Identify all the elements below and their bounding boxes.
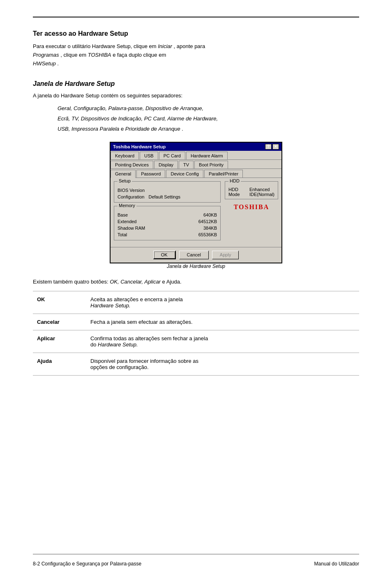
- window-footer: OK Cancel Apply: [111, 247, 281, 263]
- setup-group-title: Setup: [118, 178, 132, 183]
- tabs-intro: A janela do Hardware Setup contém os seg…: [33, 92, 359, 100]
- tab-hardware-alarm[interactable]: Hardware Alarm: [186, 152, 228, 159]
- tab-display[interactable]: Display: [154, 161, 178, 168]
- ajuda-desc: Disponível para fornecer informação sobr…: [86, 353, 359, 375]
- table-row: Cancelar Fecha a janela sem efectuar as …: [33, 314, 359, 330]
- para-text-3: , clique em: [60, 52, 86, 58]
- tab-and: e: [121, 126, 125, 132]
- ok-label: OK: [33, 291, 86, 314]
- tab-list-1: Geral, Configuração, Palavra-passe, Disp…: [58, 104, 359, 113]
- italic-heading: Janela de Hardware Setup: [33, 80, 359, 88]
- tab-period: .: [182, 126, 183, 132]
- bios-row: BIOS Version: [118, 187, 217, 194]
- ok-button[interactable]: OK: [153, 251, 176, 259]
- hdd-mode-row: HDD Mode Enhanced IDE(Normal): [228, 187, 274, 197]
- tab-pointing-devices[interactable]: Pointing Devices: [111, 161, 153, 168]
- help-button[interactable]: ?: [265, 144, 272, 150]
- bios-version-label: BIOS Version: [118, 188, 145, 193]
- tab-parallel-printer[interactable]: Parallel/Printer: [204, 170, 243, 178]
- table-row: Aplicar Confirma todas as alterações sem…: [33, 330, 359, 353]
- buttons-inline: OK, Cancelar, Aplicar: [110, 279, 161, 285]
- total-row: Total 65536KB: [118, 231, 217, 238]
- hdd-content: HDD Mode Enhanced IDE(Normal): [228, 187, 274, 197]
- table-row: OK Aceita as alterações e encerra a jane…: [33, 291, 359, 314]
- cancelar-label: Cancelar: [33, 314, 86, 330]
- table-row: Ajuda Disponível para fornecer informaçã…: [33, 353, 359, 375]
- setup-content: BIOS Version Configuration Default Setti…: [118, 187, 217, 200]
- extended-value: 64512KB: [198, 219, 217, 224]
- cancelar-desc: Fecha a janela sem efectuar as alteraçõe…: [86, 314, 359, 330]
- table-body: OK Aceita as alterações e encerra a jane…: [33, 291, 359, 375]
- base-value: 640KB: [203, 212, 217, 217]
- memory-content: Base 640KB Extended 64512KB Shadow RAM 3…: [118, 212, 217, 238]
- hdd-mode-value-container: Enhanced IDE(Normal): [249, 187, 274, 197]
- tab-pc-card[interactable]: PC Card: [159, 152, 185, 159]
- right-section: HDD HDD Mode Enhanced IDE(Normal): [225, 181, 278, 244]
- tabs-row-1: Keyboard USB PC Card Hardware Alarm: [111, 151, 281, 160]
- footer-left: 8-2 Configuração e Segurança por Palavra…: [33, 561, 141, 567]
- ajuda-label: Ajuda: [33, 353, 86, 375]
- default-settings-label[interactable]: Default Settings: [148, 194, 180, 199]
- page-footer: 8-2 Configuração e Segurança por Palavra…: [0, 561, 392, 567]
- shadow-row: Shadow RAM 384KB: [118, 225, 217, 231]
- tab-list-2: Ecrã, TV, Dispositivos de Indicação, PC …: [58, 115, 359, 123]
- hdd-mode-value: Enhanced: [249, 187, 274, 192]
- para-text-1: Para executar o utilitário Hardware Setu…: [33, 43, 157, 49]
- content-sections: Setup BIOS Version Configuration Default…: [114, 181, 278, 244]
- tab-list-5-text: Prioridade de Arranque: [125, 126, 180, 132]
- hardware-setup-window: Toshiba Hardware Setup ? × Keyboard USB …: [110, 142, 282, 263]
- ok-desc: Aceita as alterações e encerra a janela …: [86, 291, 359, 314]
- para-inline-3: Programas: [33, 52, 59, 58]
- tab-boot-priority[interactable]: Boot Priority: [194, 161, 228, 168]
- page-container: Ter acesso ao Hardware Setup Para execut…: [0, 0, 392, 579]
- para-inline-1: Iniciar: [158, 43, 172, 49]
- window-caption: Janela de Hardware Setup: [167, 263, 225, 269]
- shadow-value: 384KB: [203, 226, 217, 231]
- para-hw-setup: HWSetup: [33, 60, 56, 67]
- top-rule: [33, 16, 359, 18]
- tabs-row-3: General Password Device Config Parallel/…: [111, 169, 281, 178]
- cancel-button[interactable]: Cancel: [179, 251, 209, 259]
- tab-general[interactable]: General: [111, 170, 136, 178]
- tab-keyboard[interactable]: Keyboard: [111, 152, 139, 159]
- total-value: 65536KB: [198, 232, 217, 237]
- tabs-row-2: Pointing Devices Display TV Boot Priorit…: [111, 160, 281, 169]
- tab-tv[interactable]: TV: [179, 161, 194, 168]
- base-label: Base: [118, 212, 128, 217]
- buttons-intro: Existem também quatro botões: OK, Cancel…: [33, 279, 359, 285]
- apply-button[interactable]: Apply: [212, 251, 239, 259]
- footer-right: Manual do Utilizador: [314, 561, 359, 567]
- hdd-group-title: HDD: [228, 178, 241, 183]
- extended-row: Extended 64512KB: [118, 218, 217, 225]
- titlebar: Toshiba Hardware Setup ? ×: [111, 143, 281, 151]
- footer-rule: [33, 554, 359, 554]
- tab-device-config[interactable]: Device Config: [166, 170, 203, 178]
- extended-label: Extended: [118, 219, 136, 224]
- para-text-2: , aponte para: [174, 43, 205, 49]
- tab-usb[interactable]: USB: [140, 152, 158, 159]
- memory-group: Memory Base 640KB Extended 64512KB: [114, 206, 221, 240]
- hardware-setup-window-container: Toshiba Hardware Setup ? × Keyboard USB …: [33, 142, 359, 275]
- aplicar-label: Aplicar: [33, 330, 86, 353]
- para-text-4: e faça duplo clique em: [113, 52, 166, 58]
- hdd-mode-label: HDD Mode: [228, 187, 246, 197]
- window-content: Setup BIOS Version Configuration Default…: [111, 178, 281, 247]
- buttons-end: e Ajuda.: [162, 279, 182, 285]
- base-row: Base 640KB: [118, 212, 217, 218]
- config-row: Configuration Default Settings: [118, 194, 217, 200]
- tab-list-3: USB, Impressora Paralela e Prioridade de…: [58, 125, 359, 134]
- aplicar-desc: Confirma todas as alterações sem fechar …: [86, 330, 359, 353]
- para-inline-4: TOSHIBA: [88, 52, 111, 58]
- tab-password[interactable]: Password: [136, 170, 165, 178]
- section-heading: Ter acesso ao Hardware Setup: [33, 30, 359, 37]
- close-button[interactable]: ×: [272, 144, 279, 150]
- titlebar-buttons: ? ×: [265, 144, 279, 150]
- memory-group-title: Memory: [118, 203, 136, 208]
- config-label[interactable]: Configuration: [118, 194, 144, 199]
- shadow-label: Shadow RAM: [118, 226, 145, 231]
- intro-paragraph: Para executar o utilitário Hardware Setu…: [33, 42, 359, 68]
- hdd-group: HDD HDD Mode Enhanced IDE(Normal): [225, 181, 278, 199]
- left-section: Setup BIOS Version Configuration Default…: [114, 181, 221, 244]
- window-title: Toshiba Hardware Setup: [113, 144, 166, 149]
- total-label: Total: [118, 232, 127, 237]
